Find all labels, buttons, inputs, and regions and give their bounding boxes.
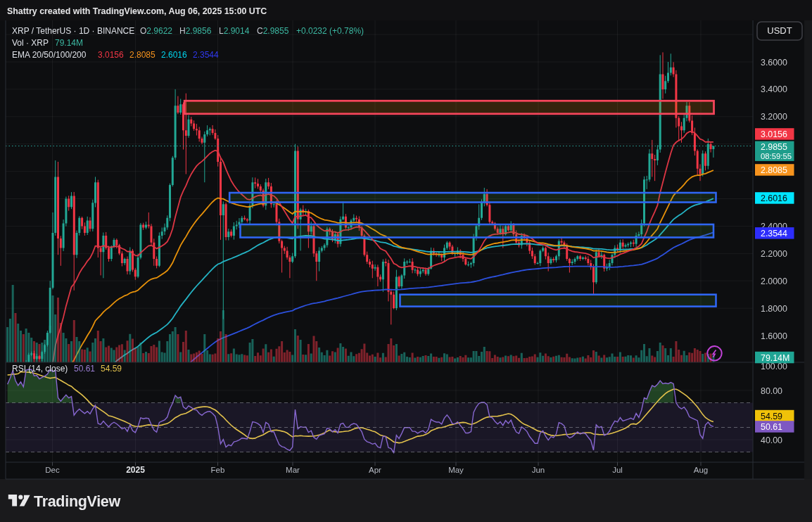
svg-text:RSI (14, close)50.6154.59: RSI (14, close)50.6154.59 [12, 364, 122, 374]
svg-text:80.00: 80.00 [761, 386, 782, 396]
svg-text:54.59: 54.59 [761, 412, 782, 421]
svg-text:2.3544: 2.3544 [761, 229, 787, 238]
svg-text:TradingView: TradingView [34, 493, 121, 510]
svg-text:Feb: Feb [211, 466, 225, 474]
svg-text:USDT: USDT [767, 25, 792, 36]
svg-text:3.6000: 3.6000 [761, 58, 787, 68]
svg-text:Jul: Jul [612, 466, 623, 474]
svg-text:1.8000: 1.8000 [761, 304, 787, 314]
svg-text:08:59:55: 08:59:55 [761, 152, 792, 160]
svg-text:3.0156: 3.0156 [761, 129, 787, 139]
svg-text:79.14M: 79.14M [761, 353, 789, 363]
svg-text:2.6016: 2.6016 [761, 193, 787, 203]
svg-text:1.6000: 1.6000 [761, 331, 787, 341]
svg-text:May: May [448, 466, 464, 474]
svg-text:2.2000: 2.2000 [761, 249, 787, 259]
svg-text:Mar: Mar [286, 466, 300, 474]
svg-text:Jun: Jun [532, 466, 545, 474]
svg-text:2.9855: 2.9855 [761, 142, 787, 152]
svg-text:3.2000: 3.2000 [761, 112, 787, 122]
svg-text:Dec: Dec [45, 466, 60, 474]
svg-text:3.4000: 3.4000 [761, 84, 787, 94]
svg-text:Vol · XRP79.14M: Vol · XRP79.14M [12, 38, 83, 48]
svg-text:Shattry created with TradingVi: Shattry created with TradingView.com, Au… [7, 6, 267, 16]
svg-text:50.61: 50.61 [761, 422, 782, 432]
svg-text:XRP / TetherUS · 1D · BINANCEO: XRP / TetherUS · 1D · BINANCEO2.9622H2.9… [12, 26, 364, 36]
svg-text:2.8085: 2.8085 [761, 165, 787, 175]
svg-text:40.00: 40.00 [761, 435, 782, 445]
svg-text:Aug: Aug [694, 466, 708, 474]
svg-text:2025: 2025 [126, 465, 145, 475]
svg-text:2.0000: 2.0000 [761, 276, 787, 286]
svg-text:Apr: Apr [369, 466, 381, 474]
